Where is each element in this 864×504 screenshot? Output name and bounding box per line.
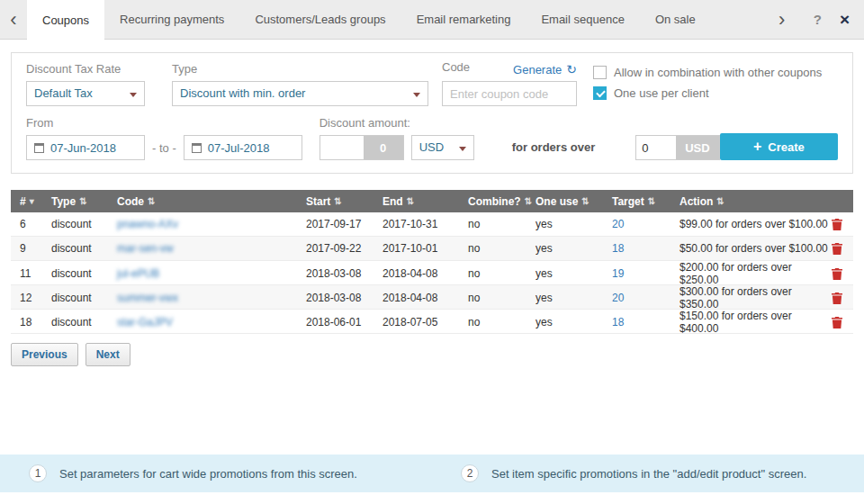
- cell-target[interactable]: 18: [612, 242, 680, 255]
- cell-one-use: yes: [536, 292, 612, 304]
- tab-customers-leads-groups[interactable]: Customers/Leads groups: [239, 0, 400, 39]
- column-header-code[interactable]: Code⇅: [117, 195, 306, 208]
- column-header-target[interactable]: Target⇅: [612, 195, 680, 208]
- one-use-checkbox[interactable]: One use per client: [593, 86, 822, 100]
- date-range-group: From 07-Jun-2018 - to - 07-Jul-2018: [26, 116, 302, 160]
- cell-code[interactable]: jul-ePUB: [117, 267, 306, 280]
- coupon-type-select[interactable]: Discount with min. order: [172, 81, 428, 106]
- to-date-value: 07-Jul-2018: [208, 141, 270, 155]
- column-header-label: #: [20, 195, 26, 208]
- column-header-label: Start: [306, 195, 330, 208]
- coupon-form-panel: Discount Tax Rate Default Tax Type Disco…: [11, 52, 853, 174]
- delete-coupon-button[interactable]: [832, 268, 842, 280]
- delete-coupon-button[interactable]: [832, 243, 842, 255]
- from-date-input[interactable]: 07-Jun-2018: [26, 135, 145, 160]
- table-row: 6discountpnawno-AXv2017-09-172017-10-31n…: [11, 212, 853, 237]
- column-header-oneuse[interactable]: One use⇅: [536, 195, 612, 208]
- cell-code[interactable]: star-GaJPV: [117, 316, 306, 328]
- tabs: CouponsRecurring paymentsCustomers/Leads…: [27, 0, 711, 39]
- orders-over-label: for orders over: [512, 140, 595, 154]
- cell-target[interactable]: 18: [612, 316, 680, 328]
- tab-email-sequence[interactable]: Email sequence: [526, 0, 640, 39]
- create-button[interactable]: + Create: [720, 133, 838, 160]
- generate-code-link[interactable]: Generate ↻: [513, 62, 577, 76]
- action-text: $150.00 for orders over $400.00: [680, 310, 832, 335]
- tab-email-remarketing[interactable]: Email remarketing: [401, 0, 526, 39]
- coupon-code-input[interactable]: [442, 81, 577, 106]
- cell-one-use: yes: [536, 242, 612, 255]
- action-text: $300.00 for orders over $350.00: [680, 285, 832, 310]
- discount-amount-input[interactable]: [320, 136, 364, 159]
- cell-target[interactable]: 19: [612, 267, 680, 280]
- cell-type: discount: [51, 242, 117, 255]
- cell-type: discount: [51, 267, 117, 280]
- cell-start: 2017-09-17: [306, 218, 382, 230]
- tax-rate-group: Discount Tax Rate Default Tax: [26, 62, 145, 107]
- coupon-code-blurred: summer-vwx: [117, 292, 178, 304]
- cell-start: 2018-06-01: [306, 316, 382, 328]
- tabbar-right: › ? ×: [769, 0, 864, 39]
- column-header-label: Target: [612, 195, 644, 208]
- delete-coupon-button[interactable]: [832, 317, 842, 328]
- sort-icon: ⇅: [581, 196, 589, 206]
- cell-code[interactable]: summer-vwx: [117, 292, 306, 304]
- cell-id: 6: [11, 218, 51, 230]
- scroll-right-chevron-icon[interactable]: ›: [769, 8, 796, 32]
- tab-coupons[interactable]: Coupons: [27, 0, 104, 40]
- tax-rate-label: Discount Tax Rate: [26, 62, 145, 76]
- orders-over-field: USD: [635, 135, 719, 160]
- step-1-badge: 1: [29, 464, 47, 482]
- column-header-[interactable]: #▾: [11, 195, 51, 208]
- table-row: 11discountjul-ePUB2018-03-082018-04-08no…: [11, 261, 853, 285]
- trash-icon: [832, 219, 842, 230]
- tax-rate-select[interactable]: Default Tax: [26, 81, 145, 106]
- cell-target[interactable]: 20: [612, 292, 680, 304]
- step-2-badge: 2: [461, 464, 479, 482]
- delete-coupon-button[interactable]: [832, 219, 842, 230]
- sort-icon: ⇅: [716, 196, 724, 206]
- tab-recurring-payments[interactable]: Recurring payments: [104, 0, 239, 39]
- delete-coupon-button[interactable]: [832, 292, 842, 304]
- cell-action: $300.00 for orders over $350.00: [680, 285, 853, 310]
- cell-end: 2018-04-08: [382, 267, 468, 280]
- column-header-label: End: [382, 195, 403, 208]
- coupon-code-label: Code: [442, 60, 470, 75]
- orders-over-input[interactable]: [636, 136, 676, 159]
- sort-icon: ⇅: [648, 196, 655, 206]
- from-date-value: 07-Jun-2018: [50, 141, 116, 155]
- column-header-start[interactable]: Start⇅: [306, 195, 382, 208]
- coupon-code-blurred: star-GaJPV: [117, 316, 173, 328]
- column-header-end[interactable]: End⇅: [382, 195, 468, 208]
- next-page-button[interactable]: Next: [86, 343, 130, 366]
- help-icon[interactable]: ?: [814, 12, 822, 27]
- generate-label: Generate: [513, 63, 562, 76]
- from-label: From: [26, 116, 302, 130]
- refresh-icon: ↻: [566, 62, 577, 76]
- currency-value: USD: [419, 140, 444, 154]
- cell-combine: no: [468, 242, 536, 255]
- cell-target[interactable]: 20: [612, 218, 680, 230]
- combine-checkbox[interactable]: Allow in combination with other coupons: [593, 66, 822, 79]
- cell-code[interactable]: mar-sen-vw: [117, 242, 306, 255]
- cell-one-use: yes: [536, 218, 612, 230]
- cell-combine: no: [468, 267, 536, 280]
- currency-select[interactable]: USD: [411, 135, 474, 160]
- tab-on-sale[interactable]: On sale: [640, 0, 711, 39]
- column-header-action[interactable]: Action⇅: [680, 195, 853, 208]
- chevron-down-icon: [130, 93, 137, 97]
- date-range-separator: - to -: [152, 141, 176, 155]
- cell-action: $50.00 for orders over $100.00: [680, 242, 853, 255]
- cell-action: $150.00 for orders over $400.00: [680, 310, 853, 335]
- scroll-left-chevron-icon[interactable]: ‹: [0, 0, 27, 39]
- cell-type: discount: [51, 316, 117, 328]
- create-button-label: Create: [768, 140, 804, 154]
- footer-text-1: Set parameters for cart wide promotions …: [59, 467, 357, 481]
- cell-code[interactable]: pnawno-AXv: [117, 218, 306, 230]
- column-header-type[interactable]: Type⇅: [51, 195, 117, 208]
- column-header-combine[interactable]: Combine?⇅: [468, 195, 536, 208]
- to-date-input[interactable]: 07-Jul-2018: [184, 135, 302, 160]
- sort-icon: ⇅: [525, 196, 532, 206]
- action-text: $200.00 for orders over $250.00: [680, 261, 832, 286]
- close-icon[interactable]: ×: [840, 11, 850, 28]
- previous-page-button[interactable]: Previous: [11, 343, 78, 366]
